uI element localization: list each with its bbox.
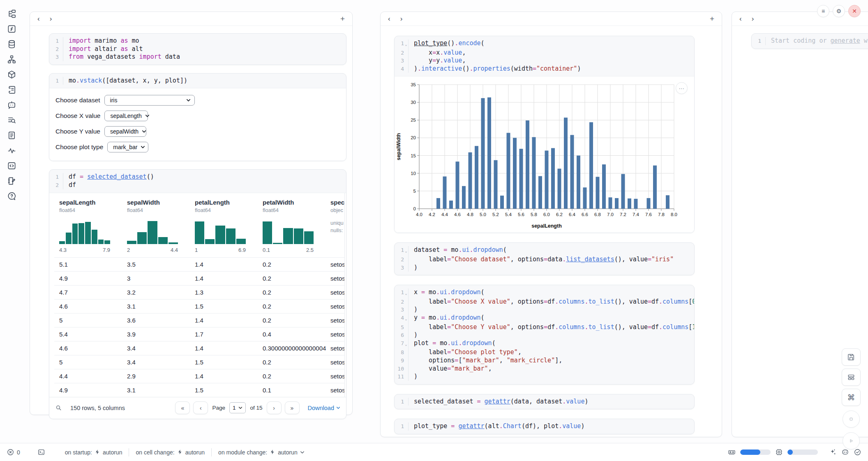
last-page-button[interactable]: » <box>285 401 300 414</box>
code-cell-plot-type[interactable]: 1plot_type = getattr(alt.Chart(df), plot… <box>394 419 695 434</box>
code-editor[interactable]: 1Start coding or generate with <box>752 34 868 48</box>
code-cell-imports[interactable]: 1import marimo as mo2import altair as al… <box>49 33 346 65</box>
on-module-change-value: autorun <box>278 449 297 456</box>
add-cell-button[interactable]: + <box>710 14 714 23</box>
table-column-header[interactable]: sepalWidthfloat6424.4 <box>122 199 190 253</box>
prev-page-button[interactable]: ‹ <box>193 401 208 414</box>
bar-chart[interactable]: 4.04.24.44.64.85.05.25.45.65.86.06.26.46… <box>395 76 695 233</box>
terminal-button[interactable] <box>37 448 45 456</box>
panel-prev-button[interactable]: ‹ <box>388 15 390 22</box>
on-cell-change-setting[interactable]: on cell change: autorun <box>136 449 205 456</box>
code-cell-dataset-dropdown[interactable]: 1⌄dataset = mo.ui.dropdown(2 label="Choo… <box>394 242 695 275</box>
table-column-header[interactable]: speciobjecuniqunulls: <box>326 199 345 253</box>
code-cell-df[interactable]: 1df = selected_dataset()2df sepalLengthf… <box>49 169 346 419</box>
error-count-badge[interactable]: 0 <box>7 448 20 456</box>
code-cell-selected-dataset[interactable]: 1selected_dataset = getattr(data, datase… <box>394 394 695 410</box>
fold-chevron-icon <box>404 264 408 272</box>
download-button[interactable]: Download <box>308 405 341 411</box>
table-cell: 5.4 <box>54 331 122 338</box>
histogram-bar <box>205 239 215 244</box>
ai-assist-button[interactable] <box>829 448 837 456</box>
stop-button[interactable] <box>843 410 860 428</box>
close-panel-button[interactable]: ✕ <box>848 5 861 17</box>
table-column-header[interactable]: petalWidthfloat640.12.5 <box>258 199 326 253</box>
dropdown-select[interactable]: mark_bar <box>107 142 148 152</box>
panel-prev-button[interactable]: ‹ <box>37 15 40 22</box>
table-row[interactable]: 4.63.11.50.2setos <box>54 299 344 313</box>
add-cell-button[interactable]: + <box>340 14 345 23</box>
code-editor[interactable]: 1import marimo as mo2import altair as al… <box>49 34 346 65</box>
help-icon[interactable] <box>7 191 16 201</box>
first-page-button[interactable]: « <box>175 401 190 414</box>
document-icon[interactable] <box>7 131 16 140</box>
file-tree-icon[interactable] <box>7 9 16 18</box>
panel-prev-button[interactable]: ‹ <box>739 15 742 22</box>
code-line: 1⌄dataset = mo.ui.dropdown( <box>395 246 694 256</box>
dropdown-select[interactable]: sepalLength <box>104 111 148 121</box>
page-select[interactable]: 1 <box>229 402 246 413</box>
save-button[interactable] <box>842 348 861 366</box>
panel-next-button[interactable]: › <box>752 15 754 22</box>
code-editor[interactable]: 1⌄dataset = mo.ui.dropdown(2 label="Choo… <box>395 243 694 275</box>
dropdown-select[interactable]: iris <box>104 95 195 106</box>
panel-next-button[interactable]: › <box>400 15 403 22</box>
table-column-header[interactable]: petalLengthfloat6416.9 <box>190 199 258 253</box>
code-editor[interactable]: 1plot_type = getattr(alt.Chart(df), plot… <box>395 419 694 434</box>
next-page-button[interactable]: › <box>267 401 282 414</box>
database-icon[interactable] <box>7 39 16 49</box>
dropdown-select[interactable]: sepalWidth <box>104 126 146 137</box>
code-cell-plot[interactable]: 1⌄plot_type().encode(2 x=x.value,3 y=y.v… <box>394 36 695 233</box>
on-startup-setting[interactable]: on startup: autorun <box>65 449 122 456</box>
table-cell: 4.6 <box>54 345 122 352</box>
notebook-edit-icon[interactable] <box>7 176 16 186</box>
table-row[interactable]: 4.63.41.40.30000000000000004setos <box>54 341 344 355</box>
table-row[interactable]: 53.41.50.2setos <box>54 355 344 369</box>
on-startup-label: on startup: <box>65 449 92 456</box>
code-editor[interactable]: 1df = selected_dataset()2df <box>49 170 346 192</box>
settings-button[interactable]: ⚙ <box>833 5 845 17</box>
table-row[interactable]: 4.93.11.50.1setos <box>54 383 344 397</box>
fold-chevron-icon[interactable]: ⌄ <box>404 339 408 349</box>
table-row[interactable]: 4.931.40.2setos <box>54 271 344 285</box>
table-cell: setos <box>326 359 345 366</box>
code-cell-vstack[interactable]: 1mo.vstack([dataset, x, y, plot]) Choose… <box>49 73 346 161</box>
sitemap-icon[interactable] <box>7 55 16 64</box>
table-row[interactable]: 5.13.51.40.2setos <box>54 257 344 271</box>
fold-chevron-icon[interactable]: ⌄ <box>404 39 408 49</box>
code-editor[interactable]: 1⌄plot_type().encode(2 x=x.value,3 y=y.v… <box>395 36 694 76</box>
table-cell: setos <box>326 289 345 296</box>
histogram-bar <box>283 228 293 244</box>
script-icon[interactable] <box>7 85 16 95</box>
code-snippet-icon[interactable] <box>7 161 16 171</box>
table-row[interactable]: 5.43.91.70.4setos <box>54 327 344 341</box>
run-button[interactable] <box>843 432 860 449</box>
table-cell: 5 <box>54 317 122 324</box>
table-row[interactable]: 4.42.91.40.2setos <box>54 369 344 383</box>
code-editor[interactable]: 1⌄x = mo.ui.dropdown(2 label="Choose X v… <box>395 285 694 384</box>
on-module-change-label: on module change: <box>218 449 267 456</box>
menu-button[interactable]: ≡ <box>817 5 829 17</box>
code-text: ) <box>408 306 694 314</box>
chevron-down-icon <box>300 451 305 454</box>
panel-next-button[interactable]: › <box>50 15 52 22</box>
on-module-change-setting[interactable]: on module change: autorun <box>218 449 305 456</box>
code-editor[interactable]: 1mo.vstack([dataset, x, y, plot]) <box>49 74 346 88</box>
table-cell: 1.5 <box>190 303 258 310</box>
layout-button[interactable] <box>842 369 861 386</box>
package-icon[interactable] <box>7 70 16 79</box>
chat-bot-icon[interactable] <box>7 100 16 110</box>
fold-chevron-icon[interactable]: ⌄ <box>404 246 408 256</box>
function-icon[interactable] <box>7 24 16 34</box>
search-icon[interactable] <box>55 404 62 411</box>
table-row[interactable]: 4.73.21.30.2setos <box>54 285 344 299</box>
keyboard-shortcuts-button[interactable]: ⌘ <box>842 389 861 406</box>
fold-chevron-icon[interactable]: ⌄ <box>404 314 408 323</box>
table-column-header[interactable]: sepalLengthfloat644.37.9 <box>54 199 122 253</box>
search-list-icon[interactable] <box>7 115 16 125</box>
table-row[interactable]: 53.61.40.2setos <box>54 313 344 327</box>
code-cell-xy-plot-dropdowns[interactable]: 1⌄x = mo.ui.dropdown(2 label="Choose X v… <box>394 285 695 385</box>
fold-chevron-icon[interactable]: ⌄ <box>404 288 408 298</box>
code-editor[interactable]: 1selected_dataset = getattr(data, datase… <box>395 394 694 409</box>
activity-icon[interactable] <box>7 146 16 155</box>
empty-scratch-cell[interactable]: 1Start coding or generate with <box>751 33 868 49</box>
